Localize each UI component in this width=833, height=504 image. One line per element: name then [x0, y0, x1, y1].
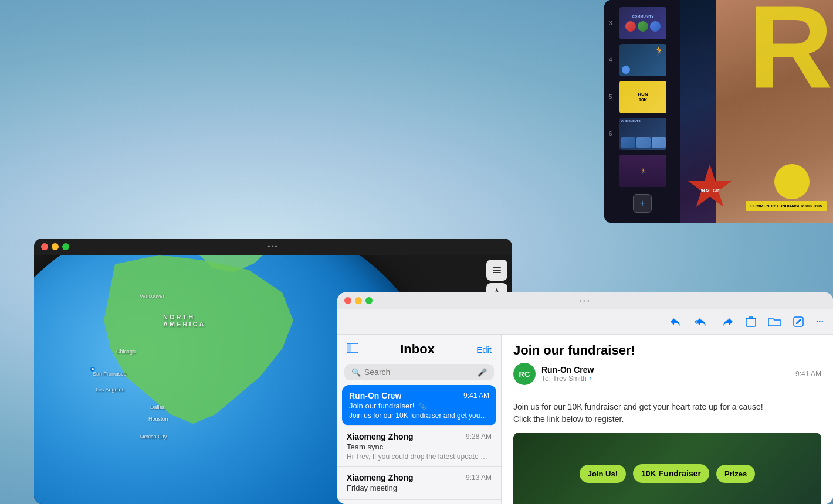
more-button[interactable]: ···	[816, 316, 824, 327]
attachment-icon-1: 📎	[419, 403, 426, 410]
sidebar-number-5: 5	[609, 94, 616, 100]
svg-rect-1	[493, 270, 501, 271]
design-main-canvas: R RUN STRONG COMMUNITY FUNDRAISER 10K RU…	[680, 0, 833, 223]
design-sidebar-item-4[interactable]: 4 🏃	[604, 42, 680, 79]
map-layers-button[interactable]	[486, 260, 507, 281]
mail-message-item-1[interactable]: Run-On Crew 9:41 AM Join our fundraiser!…	[342, 385, 496, 426]
north-america-label: NORTHAMERICA	[163, 314, 205, 328]
msg-subject-1: Join our fundraiser! 📎	[349, 401, 489, 410]
maps-close-button[interactable]	[41, 243, 48, 250]
community-fundraiser-label: COMMUNITY FUNDRAISER 10K RUN	[746, 201, 827, 211]
mail-fundraiser-image: Join Us! 10K Fundraiser Prizes	[513, 433, 821, 504]
vancouver-label: Vancouver	[140, 293, 164, 299]
houston-label: Houston	[148, 416, 168, 422]
reply-button[interactable]	[669, 316, 682, 327]
san-francisco-label: San Francisco	[93, 371, 127, 377]
mail-detail-title: Join our fundraiser!	[513, 343, 821, 358]
yellow-circle-decoration	[774, 164, 810, 199]
maps-title-dots: •••	[267, 243, 279, 251]
msg-sender-1: Run-On Crew	[349, 391, 401, 400]
to-chevron[interactable]: ›	[590, 374, 592, 383]
compose-button[interactable]	[793, 316, 804, 328]
mail-content: Inbox Edit 🔍 🎤 Run-On Crew 9:41 AM Join …	[337, 335, 833, 504]
design-sidebar-item-3[interactable]: 3 COMMUNITY	[604, 5, 680, 42]
sidebar-number-4: 4	[609, 57, 616, 63]
design-thumb-7: 🏃	[619, 155, 666, 187]
mail-sender-name: Run-On Crew	[541, 365, 790, 374]
svg-rect-8	[746, 318, 756, 326]
svg-rect-2	[493, 272, 501, 273]
forward-button[interactable]	[721, 316, 734, 327]
msg-subject-3: Friday meeting	[347, 483, 492, 492]
mail-titlebar: •••	[337, 292, 833, 309]
sidebar-number-6: 6	[609, 131, 616, 137]
los-angeles-label: Los Angeles	[96, 387, 124, 393]
search-input[interactable]	[364, 367, 474, 377]
mail-timestamp: 9:41 AM	[795, 370, 821, 378]
design-app-panel: 3 COMMUNITY 4 🏃 5 RUN10K	[604, 0, 833, 223]
chicago-label: Chicago	[116, 349, 136, 355]
msg-sender-2: Xiaomeng Zhong	[347, 432, 414, 441]
mail-sender-row: RC Run-On Crew To: Trev Smith › 9:41 AM	[513, 363, 821, 385]
folder-button[interactable]	[768, 316, 781, 327]
maps-window-controls	[41, 243, 69, 250]
trash-button[interactable]	[746, 316, 756, 328]
mail-window-controls	[344, 297, 373, 304]
mic-icon[interactable]: 🎤	[478, 368, 487, 377]
san-francisco-dot	[90, 367, 95, 372]
mail-detail-panel: Join our fundraiser! RC Run-On Crew To: …	[502, 335, 833, 504]
design-add-button[interactable]: +	[633, 194, 652, 213]
mail-message-item-2[interactable]: Xiaomeng Zhong 9:28 AM Team sync Hi Trev…	[337, 426, 501, 467]
mail-message-list: Run-On Crew 9:41 AM Join our fundraiser!…	[337, 385, 501, 504]
mexico-city-label: Mexico City	[140, 434, 167, 440]
msg-sender-3: Xiaomeng Zhong	[347, 473, 414, 482]
svg-rect-14	[347, 343, 351, 353]
design-thumb-4: 🏃	[619, 44, 666, 76]
design-sidebar-item-6[interactable]: 6 OUR EVENTS	[604, 115, 680, 152]
mail-inbox-sidebar: Inbox Edit 🔍 🎤 Run-On Crew 9:41 AM Join …	[337, 335, 502, 504]
big-letter-r: R	[749, 0, 833, 105]
msg-time-2: 9:28 AM	[466, 433, 492, 441]
mail-minimize-button[interactable]	[355, 297, 362, 304]
design-sidebar-item-7[interactable]: 🏃	[604, 152, 680, 189]
run-strong-sticker: RUN STRONG	[686, 164, 733, 211]
mail-title-dots: •••	[579, 297, 591, 304]
dallas-label: Dallas	[150, 404, 165, 410]
maps-maximize-button[interactable]	[62, 243, 69, 250]
mail-sender-avatar: RC	[513, 363, 536, 385]
msg-time-3: 9:13 AM	[466, 474, 492, 482]
inbox-edit-button[interactable]: Edit	[476, 345, 492, 355]
design-sidebar-item-5[interactable]: 5 RUN10K	[604, 79, 680, 115]
mail-body-text-1: Join us for our 10K fundraiser and get y…	[513, 401, 821, 425]
design-thumb-3: COMMUNITY	[619, 7, 666, 39]
design-thumb-6: OUR EVENTS	[619, 118, 666, 150]
svg-rect-0	[493, 267, 501, 268]
mail-maximize-button[interactable]	[365, 297, 373, 304]
msg-preview-1: Join us for our 10K fundraiser and get y…	[349, 411, 489, 420]
mail-detail-body: Join us for our 10K fundraiser and get y…	[502, 391, 833, 504]
mail-sender-info: Run-On Crew To: Trev Smith ›	[541, 365, 790, 383]
design-thumb-5: RUN10K	[619, 81, 666, 113]
maps-minimize-button[interactable]	[52, 243, 59, 250]
10k-fundraiser-badge: 10K Fundraiser	[633, 464, 709, 483]
msg-time-1: 9:41 AM	[463, 391, 489, 400]
mail-detail-header: Join our fundraiser! RC Run-On Crew To: …	[502, 335, 833, 391]
mail-toolbar-icons: ···	[669, 316, 824, 328]
mail-inbox-header: Inbox Edit	[337, 335, 501, 362]
sidebar-toggle-button[interactable]	[347, 343, 358, 356]
mail-search-bar[interactable]: 🔍 🎤	[344, 364, 494, 380]
inbox-title: Inbox	[400, 342, 435, 357]
mail-app-window: ••• ···	[337, 292, 833, 504]
reply-all-button[interactable]	[694, 316, 709, 327]
mail-close-button[interactable]	[344, 297, 351, 304]
maps-titlebar: •••	[34, 239, 512, 255]
msg-subject-2: Team sync	[347, 442, 492, 451]
mail-toolbar: ···	[337, 309, 833, 335]
search-icon: 🔍	[351, 368, 361, 377]
design-sidebar: 3 COMMUNITY 4 🏃 5 RUN10K	[604, 0, 680, 223]
join-us-badge: Join Us!	[580, 465, 626, 483]
mail-message-item-3[interactable]: Xiaomeng Zhong 9:13 AM Friday meeting	[337, 467, 501, 500]
sidebar-number-3: 3	[609, 20, 616, 26]
mail-to-line: To: Trev Smith ›	[541, 374, 790, 383]
prizes-badge: Prizes	[716, 465, 755, 483]
